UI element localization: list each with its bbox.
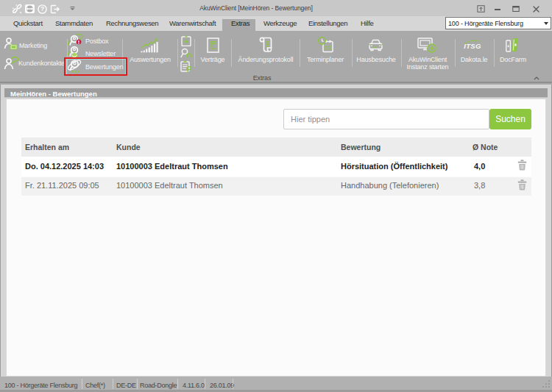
svg-text:ITSG: ITSG (464, 42, 481, 50)
svg-text:P: P (187, 65, 192, 72)
